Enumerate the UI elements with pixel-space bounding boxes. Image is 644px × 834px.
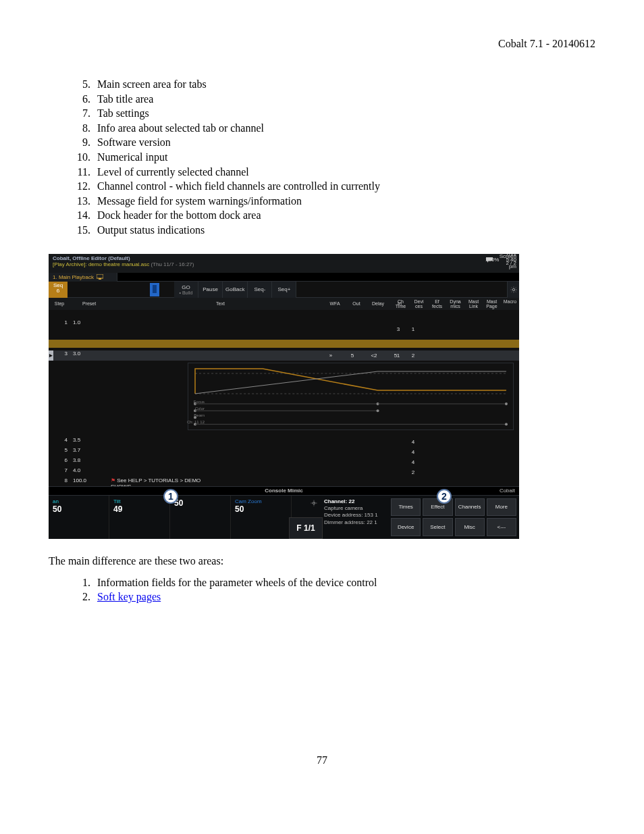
cell-fx: 3 (391, 326, 406, 332)
dock-settings-button[interactable] (311, 500, 317, 508)
list-item: Main screen area for tabs (93, 77, 595, 92)
table-row[interactable]: 53.7 4 (49, 447, 519, 457)
table-row[interactable]: 74.0 2 (49, 467, 519, 477)
list-item: Info area about selected tab or channel (93, 121, 595, 136)
col-mastlink: MastLink (464, 298, 483, 309)
col-step: Step (49, 298, 70, 310)
column-headers: Step Preset Text WFA Out Delay In ChTime… (49, 298, 519, 310)
flag-icon: ⚑ (111, 477, 117, 484)
wheel-camzoom[interactable]: Cam Zoom 50 (231, 496, 292, 539)
screenshot-figure: Cobalt, Offline Editor (Default) [Play A… (49, 254, 519, 539)
svg-point-2 (512, 288, 514, 290)
waveform-icon (150, 283, 159, 296)
list-item: Level of currently selected channel (93, 165, 595, 180)
play-archive-line: [Play Archive]: demo theatre manual.asc … (53, 261, 515, 267)
col-delay: Delay (367, 298, 389, 310)
svg-point-16 (505, 423, 508, 425)
wheel-pan[interactable]: an 50 (49, 496, 109, 539)
table-row-selected[interactable]: ▸ 3 3.0 » 5 <2 5 12 (49, 350, 519, 361)
cell-step: 6 (49, 457, 70, 467)
softkey-grid: Times Effect Channels More Device Select… (391, 498, 516, 536)
col-preset: Preset (70, 298, 108, 310)
cell-fx: 4 (406, 459, 421, 465)
svg-rect-0 (97, 274, 103, 278)
graph-label-focus: Focus (184, 400, 205, 404)
timing-graph: Focus Color Beam Ch: 11 12 (188, 363, 514, 430)
goback-button[interactable]: GoBack (223, 282, 248, 298)
go-label: GO (182, 284, 190, 290)
wheel-tilt[interactable]: Tilt 49 (109, 496, 170, 539)
col-effects: Effects (428, 298, 446, 309)
list-item: Output status indications (93, 223, 595, 238)
list-item: Dock header for the bottom dock area (93, 208, 595, 223)
seq-plus-button[interactable]: Seq+ (272, 282, 296, 298)
list-item: Tab settings (93, 106, 595, 121)
wheel-value: 50 (174, 498, 226, 508)
pause-button[interactable]: Pause (198, 282, 223, 298)
table-row[interactable]: 43.5 4 (49, 437, 519, 447)
wheel-title: an (53, 498, 105, 504)
go-button[interactable]: GO • Build (174, 282, 198, 298)
tab-label: 1. Main Playback (53, 274, 94, 280)
cell-fx: 4 (406, 449, 421, 455)
table-row[interactable]: 1 1.0 31 (49, 319, 519, 340)
zoom-level: 100% (485, 257, 499, 263)
wheel-title: Cam Zoom (235, 498, 287, 504)
callout-1: 1 (163, 489, 178, 504)
wheel-value: 49 (113, 504, 165, 514)
list-item: Channel control - which field channels a… (93, 179, 595, 194)
col-macro: Macro (501, 298, 519, 309)
cell-step: 7 (49, 467, 70, 477)
toolbar: Seq 6 GO • Build Pause GoBack Seq- Seq+ (49, 282, 519, 298)
col-out: Out (346, 298, 367, 310)
softkey-misc[interactable]: Misc (455, 518, 485, 536)
numbered-list-1: Main screen area for tabs Tab title area… (49, 77, 595, 238)
col-text: Text (213, 298, 320, 310)
wheel-3[interactable]: 50 (170, 496, 231, 539)
info-channel: Channel: 22 (324, 498, 392, 505)
softkey-device[interactable]: Device (391, 518, 421, 536)
softkey-back[interactable]: <--- (487, 518, 516, 536)
cell-step: 1 (49, 319, 70, 340)
seq-number: 6 (49, 288, 68, 294)
cell-preset: 1.0 (70, 319, 108, 340)
cell-preset: 3.5 (70, 437, 108, 447)
softkey-pages-link[interactable]: Soft key pages (97, 591, 161, 602)
table-row[interactable]: 63.8 4 (49, 457, 519, 467)
svg-point-17 (313, 502, 315, 504)
softkey-select[interactable]: Select (423, 518, 452, 536)
channel-info: Channel: 22 Capture camera Device addres… (324, 498, 392, 536)
col-dynamics: Dynamics (446, 298, 464, 309)
seq-minus-button[interactable]: Seq- (248, 282, 272, 298)
softkey-more[interactable]: More (487, 498, 516, 517)
page-header-right: Cobalt 7.1 - 20140612 (49, 38, 595, 50)
app-titlebar: Cobalt, Offline Editor (Default) [Play A… (49, 254, 519, 273)
softkey-times[interactable]: Times (391, 498, 421, 517)
tab-main-playback[interactable]: 1. Main Playback (49, 273, 117, 282)
tab-settings-button[interactable] (507, 282, 519, 298)
list-item: Software version (93, 135, 595, 150)
cell-preset: 4.0 (70, 467, 108, 477)
info-capture: Capture camera (324, 505, 392, 512)
col-wfa: WFA (324, 298, 346, 310)
play-marker-icon: ▸ (49, 350, 53, 361)
softkey-channels[interactable]: Channels (455, 498, 485, 517)
gear-icon (311, 500, 317, 506)
cell-delay: <2 (363, 353, 385, 359)
cell-preset: 3.0 (70, 350, 108, 361)
tab-monitor-icon (97, 274, 103, 281)
app-title: Cobalt, Offline Editor (Default) (53, 255, 515, 261)
table-row-active[interactable] (49, 340, 519, 348)
info-device-addr: Device address: 153 1 (324, 512, 392, 519)
page-number: 77 (0, 754, 644, 766)
list-item: Soft key pages (93, 590, 595, 604)
sequence-indicator[interactable]: Seq 6 (49, 282, 68, 298)
wheel-title: Tilt (113, 498, 165, 504)
page-knob[interactable]: F 1/1 (289, 517, 323, 539)
svg-rect-1 (99, 278, 101, 280)
cell-preset: 3.7 (70, 447, 108, 457)
cell-fx: 1 (391, 353, 406, 359)
cell-wfa: » (320, 353, 342, 359)
tab-strip: 1. Main Playback (49, 273, 519, 282)
gear-icon (510, 286, 517, 293)
